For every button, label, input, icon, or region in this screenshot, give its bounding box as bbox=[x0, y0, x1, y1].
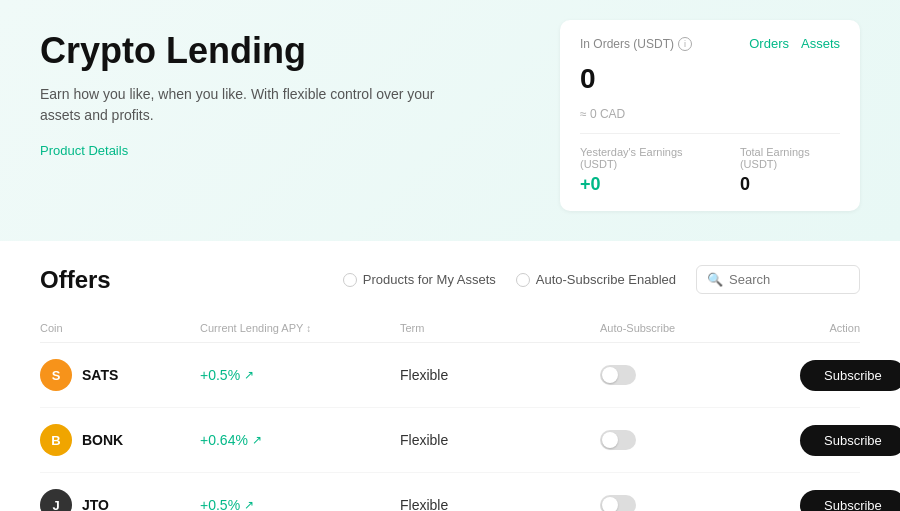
apy-value: +0.5% ↗ bbox=[200, 367, 400, 383]
action-cell: Subscribe bbox=[800, 360, 900, 391]
coin-cell: J JTO bbox=[40, 489, 200, 511]
yesterday-earnings-value: +0 bbox=[580, 174, 601, 194]
auto-subscribe-radio[interactable] bbox=[516, 273, 530, 287]
offers-title: Offers bbox=[40, 266, 111, 294]
offers-filters: Products for My Assets Auto-Subscribe En… bbox=[343, 265, 860, 294]
subscribe-button[interactable]: Subscribe bbox=[800, 490, 900, 512]
total-earnings: Total Earnings (USDT) 0 bbox=[740, 146, 840, 195]
hero-left: Crypto Lending Earn how you like, when y… bbox=[40, 20, 540, 211]
offers-section: Offers Products for My Assets Auto-Subsc… bbox=[0, 241, 900, 511]
auto-subscribe-label: Auto-Subscribe Enabled bbox=[536, 272, 676, 287]
in-orders-label: In Orders (USDT) i bbox=[580, 37, 692, 51]
search-icon: 🔍 bbox=[707, 272, 723, 287]
term-value: Flexible bbox=[400, 432, 600, 448]
stats-divider bbox=[580, 133, 840, 134]
toggle-knob bbox=[602, 497, 618, 511]
auto-subscribe-cell bbox=[600, 430, 800, 450]
search-box[interactable]: 🔍 bbox=[696, 265, 860, 294]
auto-subscribe-cell bbox=[600, 495, 800, 511]
term-value: Flexible bbox=[400, 367, 600, 383]
offers-header: Offers Products for My Assets Auto-Subsc… bbox=[40, 265, 860, 294]
subscribe-button[interactable]: Subscribe bbox=[800, 360, 900, 391]
auto-subscribe-toggle[interactable] bbox=[600, 495, 636, 511]
table-row: S SATS +0.5% ↗ Flexible Subscribe bbox=[40, 343, 860, 408]
total-earnings-label: Total Earnings (USDT) bbox=[740, 146, 840, 170]
coin-cell: S SATS bbox=[40, 359, 200, 391]
sort-icon: ↕ bbox=[306, 323, 311, 334]
hero-section: Crypto Lending Earn how you like, when y… bbox=[0, 0, 900, 241]
table-header: Coin Current Lending APY ↕ Term Auto-Sub… bbox=[40, 314, 860, 343]
my-assets-label: Products for My Assets bbox=[363, 272, 496, 287]
total-earnings-value: 0 bbox=[740, 174, 750, 194]
table-row: J JTO +0.5% ↗ Flexible Subscribe bbox=[40, 473, 860, 511]
in-orders-cad: ≈ 0 CAD bbox=[580, 107, 840, 121]
auto-subscribe-filter[interactable]: Auto-Subscribe Enabled bbox=[516, 272, 676, 287]
assets-link[interactable]: Assets bbox=[801, 36, 840, 51]
action-cell: Subscribe bbox=[800, 490, 900, 512]
col-term: Term bbox=[400, 322, 600, 334]
yesterday-earnings: Yesterday's Earnings (USDT) +0 bbox=[580, 146, 710, 195]
col-auto-subscribe: Auto-Subscribe bbox=[600, 322, 800, 334]
auto-subscribe-cell bbox=[600, 365, 800, 385]
col-apy[interactable]: Current Lending APY ↕ bbox=[200, 322, 400, 334]
my-assets-radio[interactable] bbox=[343, 273, 357, 287]
stats-header: In Orders (USDT) i Orders Assets bbox=[580, 36, 840, 51]
col-coin: Coin bbox=[40, 322, 200, 334]
orders-link[interactable]: Orders bbox=[749, 36, 789, 51]
action-cell: Subscribe bbox=[800, 425, 900, 456]
auto-subscribe-toggle[interactable] bbox=[600, 430, 636, 450]
product-details-link[interactable]: Product Details bbox=[40, 143, 128, 158]
in-orders-value: 0 bbox=[580, 63, 840, 95]
toggle-knob bbox=[602, 367, 618, 383]
coin-name: SATS bbox=[82, 367, 118, 383]
subscribe-button[interactable]: Subscribe bbox=[800, 425, 900, 456]
col-action: Action bbox=[800, 322, 860, 334]
hero-title: Crypto Lending bbox=[40, 30, 540, 72]
coin-icon: B bbox=[40, 424, 72, 456]
hero-stats-card: In Orders (USDT) i Orders Assets 0 ≈ 0 C… bbox=[560, 20, 860, 211]
info-icon[interactable]: i bbox=[678, 37, 692, 51]
stats-links: Orders Assets bbox=[749, 36, 840, 51]
hero-description: Earn how you like, when you like. With f… bbox=[40, 84, 460, 126]
coin-icon: S bbox=[40, 359, 72, 391]
yesterday-earnings-label: Yesterday's Earnings (USDT) bbox=[580, 146, 710, 170]
coin-icon: J bbox=[40, 489, 72, 511]
chart-icon: ↗ bbox=[252, 433, 262, 447]
chart-icon: ↗ bbox=[244, 368, 254, 382]
auto-subscribe-toggle[interactable] bbox=[600, 365, 636, 385]
search-input[interactable] bbox=[729, 272, 849, 287]
table-row: B BONK +0.64% ↗ Flexible Subscribe bbox=[40, 408, 860, 473]
coin-name: BONK bbox=[82, 432, 123, 448]
apy-value: +0.5% ↗ bbox=[200, 497, 400, 511]
coin-cell: B BONK bbox=[40, 424, 200, 456]
my-assets-filter[interactable]: Products for My Assets bbox=[343, 272, 496, 287]
earnings-row: Yesterday's Earnings (USDT) +0 Total Ear… bbox=[580, 146, 840, 195]
term-value: Flexible bbox=[400, 497, 600, 511]
coin-name: JTO bbox=[82, 497, 109, 511]
toggle-knob bbox=[602, 432, 618, 448]
table-body: S SATS +0.5% ↗ Flexible Subscribe B BONK… bbox=[40, 343, 860, 511]
apy-value: +0.64% ↗ bbox=[200, 432, 400, 448]
chart-icon: ↗ bbox=[244, 498, 254, 511]
